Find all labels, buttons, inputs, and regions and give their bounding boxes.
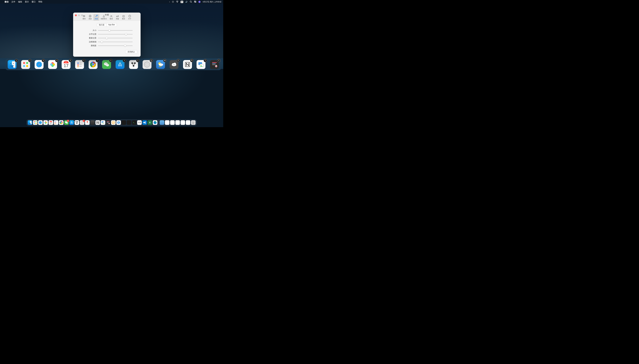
dock-chrome[interactable] — [59, 120, 64, 125]
circle-x-icon[interactable]: ⓧ — [172, 0, 174, 3]
dock-edge[interactable] — [153, 120, 158, 125]
dock-notion[interactable] — [96, 120, 100, 125]
appbar-wechat[interactable]: 8 — [102, 60, 111, 69]
pref-tab-3[interactable]: 静默模式 — [100, 14, 108, 20]
appbar-badge: 2 — [28, 59, 32, 62]
appbar-cloud[interactable]: E — [170, 60, 179, 69]
dock-googlemaps[interactable]: 📍 — [85, 120, 90, 125]
dock-window5[interactable] — [186, 120, 190, 125]
dock-pages[interactable] — [90, 120, 95, 125]
dock-desktop[interactable] — [160, 120, 164, 125]
slider-label-2: 垂直位置: — [77, 37, 98, 39]
appbar-calendar[interactable]: JUL175 — [62, 60, 71, 69]
dock-excel[interactable]: X — [148, 120, 152, 125]
dock-vscode[interactable] — [142, 120, 147, 125]
appbar-preview[interactable]: T — [197, 60, 205, 69]
dock-calendar[interactable]: 4月17 — [49, 120, 53, 125]
appbar-photos[interactable]: 4 — [48, 60, 57, 69]
dock-shimo[interactable]: 石墨 — [137, 120, 142, 125]
slider-1[interactable] — [98, 34, 133, 34]
dock-activity[interactable] — [127, 120, 131, 125]
appbar-weather[interactable]: W — [156, 60, 165, 69]
reset-button[interactable]: 还原默认 — [125, 50, 137, 54]
seg-appbar[interactable]: App Bar — [106, 23, 117, 27]
pref-tab-4[interactable]: 配置 — [108, 14, 114, 20]
dock-window4[interactable] — [181, 120, 185, 125]
slider-0[interactable] — [98, 30, 133, 31]
menu-view[interactable]: 显示 — [25, 0, 29, 3]
slider-2[interactable] — [98, 38, 133, 38]
slider-thumb-0[interactable] — [108, 29, 111, 32]
slider-thumb-2[interactable] — [106, 37, 108, 39]
dock-settings[interactable]: 1 — [80, 120, 85, 125]
volume-icon[interactable]: 🔊 — [185, 1, 188, 3]
slider-thumb-1[interactable] — [125, 33, 127, 35]
app-name[interactable]: 微信 — [5, 0, 9, 3]
svg-point-41 — [108, 65, 108, 65]
dock-ticktick[interactable] — [111, 120, 116, 125]
svg-point-29 — [78, 64, 79, 66]
dock-reminders[interactable] — [54, 120, 59, 125]
dock-safari[interactable] — [38, 120, 43, 125]
dock-window3[interactable] — [175, 120, 180, 125]
spotlight-icon[interactable] — [190, 0, 192, 3]
slider-3[interactable] — [98, 42, 133, 42]
appbar-finder[interactable]: 1 — [8, 60, 17, 69]
svg-point-92 — [55, 122, 55, 122]
dock-preview[interactable] — [101, 120, 105, 125]
dock-surge[interactable] — [116, 120, 121, 125]
chevron-left-icon[interactable]: ‹ — [169, 1, 170, 3]
dock-mweb[interactable] — [106, 120, 111, 125]
appbar-settings[interactable]: Q — [143, 60, 152, 69]
svg-rect-83 — [34, 123, 35, 124]
pref-tab-2[interactable]: 外观 — [93, 14, 99, 20]
svg-rect-32 — [79, 66, 82, 67]
dock-devonthink[interactable] — [75, 120, 79, 125]
appbar-appstore[interactable]: 9 — [116, 60, 125, 69]
appbar-launchpad[interactable]: 2 — [21, 60, 30, 69]
dock-finder[interactable] — [28, 120, 32, 125]
pref-tab-0[interactable]: 通用 — [81, 14, 87, 20]
dock-istats[interactable] — [122, 120, 126, 125]
slider-4[interactable] — [98, 46, 133, 46]
dock-wechat[interactable]: 24 — [64, 120, 69, 125]
appbar-safari[interactable]: 3 — [35, 60, 44, 69]
appbar-notion[interactable]: R — [183, 60, 192, 69]
svg-point-106 — [67, 122, 67, 123]
appbar-devonthink[interactable]: 0 — [129, 60, 138, 69]
window-titlebar[interactable]: 外观 通用高级外观静默模式配置用量购买关于 — [73, 12, 141, 20]
appbar-mweb[interactable]: Y — [210, 60, 219, 69]
svg-line-49 — [149, 66, 150, 66]
datetime[interactable]: 4月17日 周六 上午8:42 — [203, 0, 221, 3]
ime-indicator[interactable]: 拼 — [181, 1, 183, 3]
menu-window[interactable]: 窗口 — [32, 0, 36, 3]
dock-photos[interactable] — [43, 120, 48, 125]
menu-file[interactable]: 文件 — [11, 0, 15, 3]
pref-tab-5[interactable]: 用量 — [115, 14, 120, 20]
dock-launchpad[interactable] — [33, 120, 38, 125]
appbar-reminders[interactable]: 6 — [75, 60, 84, 69]
dock-appstore[interactable] — [70, 120, 74, 125]
appbar-badge: 1 — [15, 59, 18, 62]
pref-tab-1[interactable]: 高级 — [87, 14, 93, 20]
slider-thumb-3[interactable] — [101, 41, 103, 43]
appbar-chrome[interactable]: 7 — [89, 60, 98, 69]
seg-indicator[interactable]: 指示器 — [97, 23, 106, 27]
appbar-badge: W — [163, 59, 167, 62]
slider-label-3: 边框粗细: — [77, 40, 98, 43]
pref-tab-6[interactable]: 购买 — [121, 14, 127, 20]
dock: 4月17241📍>_石墨X — [26, 120, 197, 126]
svg-rect-73 — [212, 62, 217, 63]
dock-trash[interactable] — [191, 120, 196, 125]
pref-tab-7[interactable]: 关于 — [127, 14, 133, 20]
status-icon[interactable] — [198, 1, 201, 3]
control-center-icon[interactable] — [194, 1, 196, 3]
appbar-badge: T — [204, 59, 207, 62]
menu-edit[interactable]: 编辑 — [18, 0, 22, 3]
menu-help[interactable]: 帮助 — [38, 0, 42, 3]
wifi-icon[interactable] — [176, 1, 179, 3]
slider-thumb-4[interactable] — [124, 44, 126, 47]
dock-window1[interactable] — [165, 120, 170, 125]
dock-window2[interactable] — [170, 120, 175, 125]
dock-terminal[interactable]: >_ — [132, 120, 137, 125]
